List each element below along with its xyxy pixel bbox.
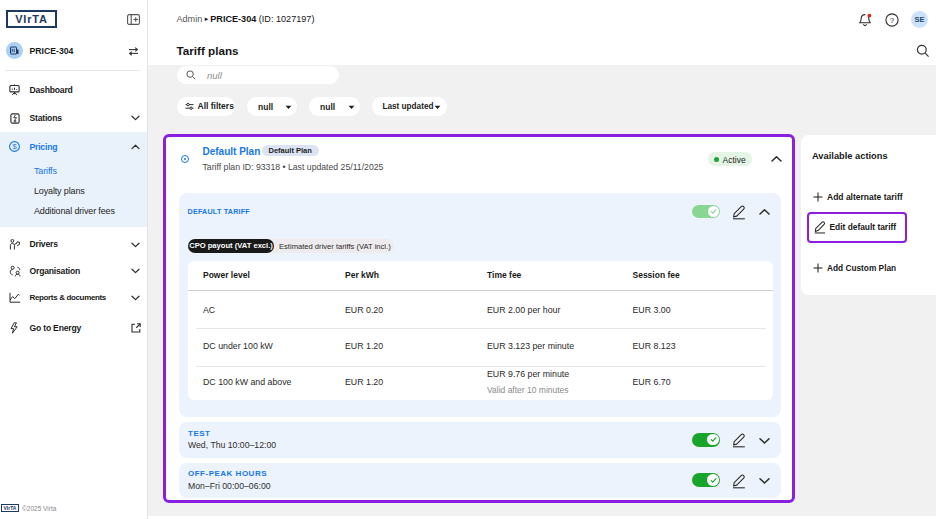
svg-text:$: $ [12, 142, 17, 151]
svg-text:?: ? [890, 15, 895, 24]
